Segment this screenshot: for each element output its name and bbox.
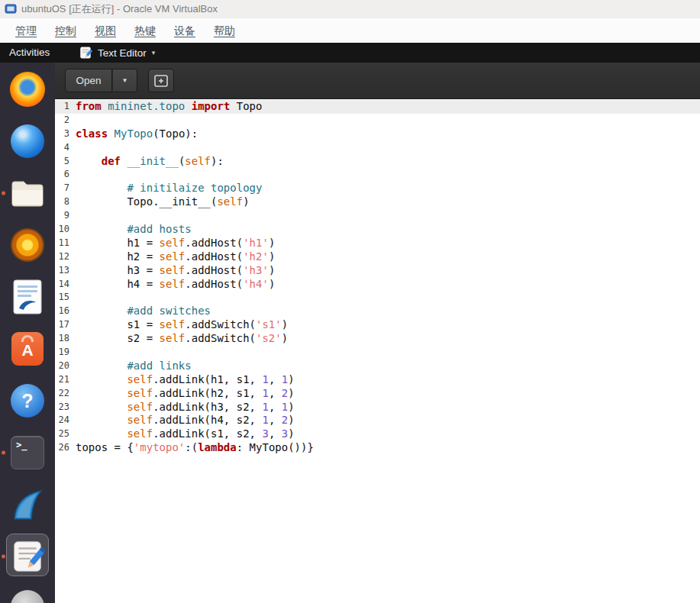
code-line[interactable]: 21 self.addLink(h1, s1, 1, 1) <box>55 373 700 387</box>
line-number: 15 <box>55 291 76 305</box>
code-line[interactable]: 8 Topo.__init__(self) <box>55 195 700 209</box>
line-number: 25 <box>55 427 76 441</box>
dock-item-wireshark[interactable] <box>0 482 55 527</box>
app-menu-label: Text Editor <box>98 47 147 59</box>
dock-item-help[interactable]: ? <box>0 378 55 424</box>
code-text: class MyTopo(Topo): <box>76 127 198 141</box>
menu-input[interactable]: 热键 <box>125 18 165 43</box>
code-line[interactable]: 3class MyTopo(Topo): <box>55 127 700 141</box>
code-text: h1 = self.addHost('h1') <box>76 237 275 250</box>
code-text: #add hosts <box>76 223 192 237</box>
terminal-icon: >_ <box>11 436 44 469</box>
menu-devices[interactable]: 设备 <box>165 18 205 43</box>
dock-item-text-editor[interactable] <box>0 534 55 579</box>
menu-view[interactable]: 视图 <box>85 18 125 43</box>
vbox-menubar: 管理 控制 视图 热键 设备 帮助 <box>0 18 700 43</box>
files-folder-icon <box>10 178 45 208</box>
code-line[interactable]: 14 h4 = self.addHost('h4') <box>55 278 700 292</box>
dock-item-files[interactable] <box>0 170 55 216</box>
dock-item-rhythmbox[interactable] <box>0 222 55 268</box>
app-menu[interactable]: Text Editor ▾ <box>79 43 155 63</box>
text-editor-window: Open ▾ 1from mininet.topo import Topo23c… <box>55 63 700 603</box>
line-number: 16 <box>55 305 76 318</box>
menu-file[interactable]: 管理 <box>6 18 46 43</box>
line-number: 7 <box>55 182 76 195</box>
menu-help[interactable]: 帮助 <box>205 18 244 43</box>
wireshark-icon <box>9 487 46 522</box>
code-line[interactable]: 11 h1 = self.addHost('h1') <box>55 237 700 250</box>
line-number: 19 <box>55 346 76 360</box>
chevron-down-icon: ▾ <box>123 77 127 84</box>
line-number: 3 <box>55 127 76 141</box>
code-line[interactable]: 9 <box>55 209 700 223</box>
bag-letter: A <box>11 341 44 360</box>
code-text: h3 = self.addHost('h3') <box>76 264 275 278</box>
activities-button[interactable]: Activities <box>9 43 50 63</box>
dock-item-firefox[interactable] <box>0 66 55 112</box>
dock-item-partial[interactable] <box>0 584 55 603</box>
code-line[interactable]: 1from mininet.topo import Topo <box>55 100 700 114</box>
code-line[interactable]: 2 <box>55 114 700 127</box>
code-line[interactable]: 25 self.addLink(s1, s2, 3, 3) <box>55 427 700 441</box>
code-line[interactable]: 5 def __init__(self): <box>55 155 700 169</box>
code-line[interactable]: 24 self.addLink(h4, s2, 1, 2) <box>55 414 700 427</box>
vbox-titlebar[interactable]: ubuntuOS [正在运行] - Oracle VM VirtualBox <box>0 0 700 18</box>
dock-item-libreoffice-writer[interactable] <box>0 274 55 320</box>
chevron-down-icon: ▾ <box>152 50 156 56</box>
line-number: 12 <box>55 250 76 264</box>
code-text: h4 = self.addHost('h4') <box>76 278 275 292</box>
gnome-top-panel: Activities Text Editor ▾ <box>0 43 700 63</box>
line-number: 24 <box>55 414 76 427</box>
line-number: 4 <box>55 141 76 155</box>
window-title: ubuntuOS [正在运行] - Oracle VM VirtualBox <box>21 2 218 16</box>
code-line[interactable]: 16 #add switches <box>55 305 700 318</box>
question-mark-glyph: ? <box>21 390 33 412</box>
code-line[interactable]: 19 <box>55 346 700 360</box>
code-text: s1 = self.addSwitch('s1') <box>76 318 288 332</box>
open-split-button: Open ▾ <box>65 69 137 92</box>
code-line[interactable]: 20 #add links <box>55 360 700 373</box>
dock-item-ubuntu-software[interactable]: A <box>0 326 55 372</box>
line-number: 10 <box>55 223 76 237</box>
headerbar: Open ▾ <box>55 63 700 99</box>
code-line[interactable]: 6 <box>55 168 700 182</box>
code-line[interactable]: 17 s1 = self.addSwitch('s1') <box>55 318 700 332</box>
code-line[interactable]: 18 s2 = self.addSwitch('s2') <box>55 332 700 346</box>
code-text: Topo.__init__(self) <box>76 195 250 209</box>
line-number: 11 <box>55 237 76 250</box>
code-text: self.addLink(h2, s1, 1, 2) <box>76 387 295 401</box>
open-dropdown-button[interactable]: ▾ <box>112 69 137 92</box>
code-line[interactable]: 26topos = {'mytopo':(lambda: MyTopo())} <box>55 441 700 455</box>
prompt-glyph: >_ <box>16 440 27 450</box>
code-line[interactable]: 22 self.addLink(h2, s1, 1, 2) <box>55 387 700 401</box>
code-area: 1from mininet.topo import Topo23class My… <box>55 99 700 455</box>
line-number: 1 <box>55 100 76 114</box>
line-number: 2 <box>55 114 76 127</box>
code-text: # initilaize topology <box>76 182 262 195</box>
code-line[interactable]: 15 <box>55 291 700 305</box>
editor[interactable]: 1from mininet.topo import Topo23class My… <box>55 99 700 603</box>
code-line[interactable]: 7 # initilaize topology <box>55 182 700 195</box>
open-button[interactable]: Open <box>65 69 112 92</box>
dock-item-terminal[interactable]: >_ <box>0 430 55 476</box>
line-number: 5 <box>55 155 76 169</box>
line-number: 22 <box>55 387 76 401</box>
code-text: self.addLink(h1, s1, 1, 1) <box>76 373 295 387</box>
line-number: 14 <box>55 278 76 292</box>
code-text: def __init__(self): <box>76 155 224 169</box>
dock-item-thunderbird[interactable] <box>0 118 55 164</box>
code-line[interactable]: 10 #add hosts <box>55 223 700 237</box>
code-line[interactable]: 4 <box>55 141 700 155</box>
code-text: self.addLink(s1, s2, 3, 3) <box>76 427 295 441</box>
screen: ubuntuOS [正在运行] - Oracle VM VirtualBox 管… <box>0 0 700 603</box>
code-line[interactable]: 23 self.addLink(h3, s2, 1, 1) <box>55 401 700 414</box>
new-document-button[interactable] <box>148 69 174 92</box>
code-text: s2 = self.addSwitch('s2') <box>76 332 288 346</box>
code-line[interactable]: 13 h3 = self.addHost('h3') <box>55 264 700 278</box>
menu-machine[interactable]: 控制 <box>46 18 85 43</box>
line-number: 21 <box>55 373 76 387</box>
code-text: topos = {'mytopo':(lambda: MyTopo())} <box>76 441 314 455</box>
code-line[interactable]: 12 h2 = self.addHost('h2') <box>55 250 700 264</box>
text-editor-icon <box>10 539 45 574</box>
text-editor-icon <box>79 46 92 60</box>
